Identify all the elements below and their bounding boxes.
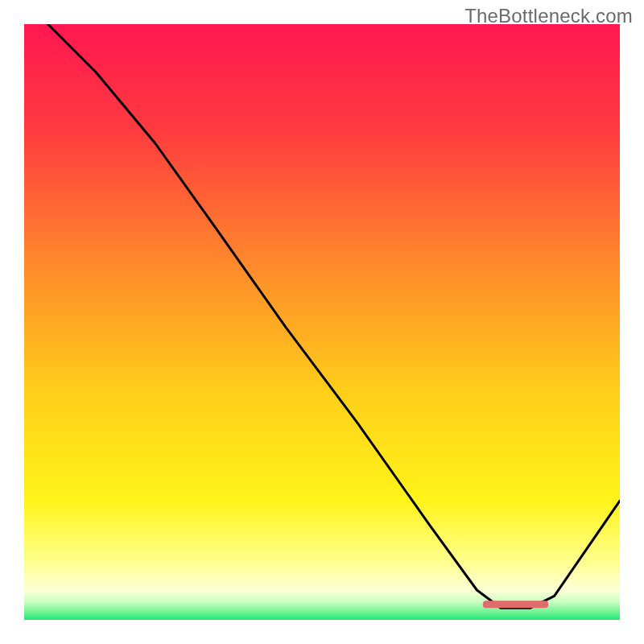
- chart-canvas: [24, 24, 620, 620]
- heat-gradient-background: [24, 24, 620, 620]
- watermark-text: TheBottleneck.com: [464, 5, 633, 27]
- optimal-range-marker: [483, 601, 548, 608]
- chart-wrapper: TheBottleneck.com: [0, 0, 644, 644]
